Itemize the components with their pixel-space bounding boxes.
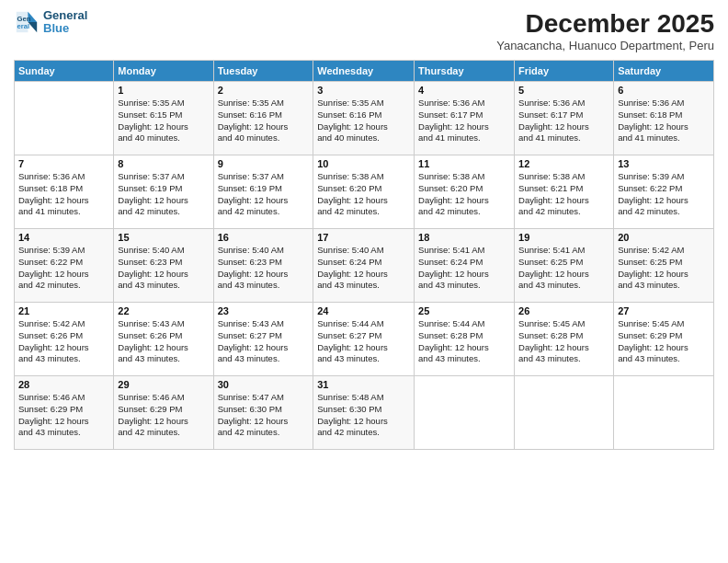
day-cell <box>415 376 515 450</box>
day-info: Sunrise: 5:44 AM Sunset: 6:28 PM Dayligh… <box>418 318 510 365</box>
day-info: Sunrise: 5:41 AM Sunset: 6:24 PM Dayligh… <box>418 245 510 292</box>
day-info: Sunrise: 5:42 AM Sunset: 6:25 PM Dayligh… <box>618 245 710 292</box>
day-number: 4 <box>418 85 510 96</box>
day-info: Sunrise: 5:43 AM Sunset: 6:27 PM Dayligh… <box>218 318 310 365</box>
logo: Gen eral General Blue <box>14 9 87 36</box>
calendar-table: SundayMondayTuesdayWednesdayThursdayFrid… <box>14 60 714 450</box>
week-row: 14Sunrise: 5:39 AM Sunset: 6:22 PM Dayli… <box>15 229 714 303</box>
day-cell: 10Sunrise: 5:38 AM Sunset: 6:20 PM Dayli… <box>313 155 415 229</box>
day-cell: 24Sunrise: 5:44 AM Sunset: 6:27 PM Dayli… <box>313 303 415 376</box>
day-cell: 1Sunrise: 5:35 AM Sunset: 6:15 PM Daylig… <box>114 82 213 155</box>
day-cell: 9Sunrise: 5:37 AM Sunset: 6:19 PM Daylig… <box>213 155 313 229</box>
day-number: 18 <box>418 232 510 243</box>
week-row: 21Sunrise: 5:42 AM Sunset: 6:26 PM Dayli… <box>15 303 714 376</box>
day-cell: 18Sunrise: 5:41 AM Sunset: 6:24 PM Dayli… <box>415 229 515 303</box>
day-number: 30 <box>218 379 310 390</box>
day-info: Sunrise: 5:38 AM Sunset: 6:20 PM Dayligh… <box>418 171 510 218</box>
day-info: Sunrise: 5:45 AM Sunset: 6:29 PM Dayligh… <box>618 318 710 365</box>
day-cell: 2Sunrise: 5:35 AM Sunset: 6:16 PM Daylig… <box>213 82 313 155</box>
month-title: December 2025 <box>496 9 714 39</box>
day-number: 6 <box>618 85 710 96</box>
svg-text:Gen: Gen <box>17 15 31 23</box>
day-info: Sunrise: 5:38 AM Sunset: 6:21 PM Dayligh… <box>518 171 609 218</box>
subtitle: Yanacancha, Huanuco Department, Peru <box>496 39 714 52</box>
day-cell: 29Sunrise: 5:46 AM Sunset: 6:29 PM Dayli… <box>114 376 213 450</box>
header-row: SundayMondayTuesdayWednesdayThursdayFrid… <box>15 61 714 82</box>
day-number: 29 <box>118 379 209 390</box>
day-cell: 15Sunrise: 5:40 AM Sunset: 6:23 PM Dayli… <box>114 229 213 303</box>
week-row: 7Sunrise: 5:36 AM Sunset: 6:18 PM Daylig… <box>15 155 714 229</box>
header-cell-sunday: Sunday <box>15 61 114 82</box>
day-cell: 25Sunrise: 5:44 AM Sunset: 6:28 PM Dayli… <box>415 303 515 376</box>
day-cell: 3Sunrise: 5:35 AM Sunset: 6:16 PM Daylig… <box>313 82 415 155</box>
day-cell: 16Sunrise: 5:40 AM Sunset: 6:23 PM Dayli… <box>213 229 313 303</box>
day-info: Sunrise: 5:40 AM Sunset: 6:24 PM Dayligh… <box>317 245 410 292</box>
day-number: 20 <box>618 232 710 243</box>
day-info: Sunrise: 5:35 AM Sunset: 6:16 PM Dayligh… <box>218 98 310 144</box>
logo-icon: Gen eral <box>14 9 40 35</box>
day-number: 31 <box>317 379 410 390</box>
header-cell-tuesday: Tuesday <box>213 61 313 82</box>
day-info: Sunrise: 5:40 AM Sunset: 6:23 PM Dayligh… <box>218 245 310 292</box>
day-info: Sunrise: 5:40 AM Sunset: 6:23 PM Dayligh… <box>118 245 209 292</box>
week-row: 1Sunrise: 5:35 AM Sunset: 6:15 PM Daylig… <box>15 82 714 155</box>
day-number: 5 <box>518 85 609 96</box>
day-cell: 28Sunrise: 5:46 AM Sunset: 6:29 PM Dayli… <box>15 376 114 450</box>
day-info: Sunrise: 5:39 AM Sunset: 6:22 PM Dayligh… <box>618 171 710 218</box>
day-cell: 8Sunrise: 5:37 AM Sunset: 6:19 PM Daylig… <box>114 155 213 229</box>
day-cell: 12Sunrise: 5:38 AM Sunset: 6:21 PM Dayli… <box>515 155 614 229</box>
header-cell-friday: Friday <box>515 61 614 82</box>
day-info: Sunrise: 5:38 AM Sunset: 6:20 PM Dayligh… <box>317 171 410 218</box>
day-cell <box>614 376 714 450</box>
day-cell: 31Sunrise: 5:48 AM Sunset: 6:30 PM Dayli… <box>313 376 415 450</box>
day-cell: 4Sunrise: 5:36 AM Sunset: 6:17 PM Daylig… <box>415 82 515 155</box>
day-info: Sunrise: 5:44 AM Sunset: 6:27 PM Dayligh… <box>317 318 410 365</box>
day-info: Sunrise: 5:42 AM Sunset: 6:26 PM Dayligh… <box>18 318 109 365</box>
logo-line2: Blue <box>43 22 87 35</box>
day-info: Sunrise: 5:36 AM Sunset: 6:18 PM Dayligh… <box>618 98 710 144</box>
day-cell <box>515 376 614 450</box>
day-number: 12 <box>518 158 609 169</box>
day-cell: 22Sunrise: 5:43 AM Sunset: 6:26 PM Dayli… <box>114 303 213 376</box>
day-cell: 7Sunrise: 5:36 AM Sunset: 6:18 PM Daylig… <box>15 155 114 229</box>
day-cell: 11Sunrise: 5:38 AM Sunset: 6:20 PM Dayli… <box>415 155 515 229</box>
day-cell: 17Sunrise: 5:40 AM Sunset: 6:24 PM Dayli… <box>313 229 415 303</box>
day-info: Sunrise: 5:47 AM Sunset: 6:30 PM Dayligh… <box>218 392 310 439</box>
day-cell: 19Sunrise: 5:41 AM Sunset: 6:25 PM Dayli… <box>515 229 614 303</box>
day-number: 1 <box>118 85 209 96</box>
header-cell-thursday: Thursday <box>415 61 515 82</box>
day-info: Sunrise: 5:46 AM Sunset: 6:29 PM Dayligh… <box>18 392 109 439</box>
day-info: Sunrise: 5:39 AM Sunset: 6:22 PM Dayligh… <box>18 245 109 292</box>
day-number: 7 <box>18 158 109 169</box>
logo-line1: General <box>43 9 87 22</box>
day-number: 11 <box>418 158 510 169</box>
day-cell: 30Sunrise: 5:47 AM Sunset: 6:30 PM Dayli… <box>213 376 313 450</box>
day-number: 16 <box>218 232 310 243</box>
title-block: December 2025 Yanacancha, Huanuco Depart… <box>496 9 714 52</box>
svg-text:eral: eral <box>17 22 30 30</box>
day-cell: 23Sunrise: 5:43 AM Sunset: 6:27 PM Dayli… <box>213 303 313 376</box>
day-cell: 13Sunrise: 5:39 AM Sunset: 6:22 PM Dayli… <box>614 155 714 229</box>
day-number: 8 <box>118 158 209 169</box>
day-cell: 21Sunrise: 5:42 AM Sunset: 6:26 PM Dayli… <box>15 303 114 376</box>
day-info: Sunrise: 5:41 AM Sunset: 6:25 PM Dayligh… <box>518 245 609 292</box>
day-cell: 6Sunrise: 5:36 AM Sunset: 6:18 PM Daylig… <box>614 82 714 155</box>
day-info: Sunrise: 5:36 AM Sunset: 6:18 PM Dayligh… <box>18 171 109 218</box>
day-cell: 26Sunrise: 5:45 AM Sunset: 6:28 PM Dayli… <box>515 303 614 376</box>
day-number: 23 <box>218 305 310 316</box>
day-cell: 20Sunrise: 5:42 AM Sunset: 6:25 PM Dayli… <box>614 229 714 303</box>
day-info: Sunrise: 5:48 AM Sunset: 6:30 PM Dayligh… <box>317 392 410 439</box>
day-number: 26 <box>518 305 609 316</box>
day-info: Sunrise: 5:37 AM Sunset: 6:19 PM Dayligh… <box>118 171 209 218</box>
day-number: 28 <box>18 379 109 390</box>
day-cell: 27Sunrise: 5:45 AM Sunset: 6:29 PM Dayli… <box>614 303 714 376</box>
header-cell-saturday: Saturday <box>614 61 714 82</box>
day-info: Sunrise: 5:36 AM Sunset: 6:17 PM Dayligh… <box>518 98 609 144</box>
day-number: 15 <box>118 232 209 243</box>
day-number: 14 <box>18 232 109 243</box>
day-number: 10 <box>317 158 410 169</box>
day-info: Sunrise: 5:46 AM Sunset: 6:29 PM Dayligh… <box>118 392 209 439</box>
header-cell-monday: Monday <box>114 61 213 82</box>
day-number: 19 <box>518 232 609 243</box>
day-number: 13 <box>618 158 710 169</box>
